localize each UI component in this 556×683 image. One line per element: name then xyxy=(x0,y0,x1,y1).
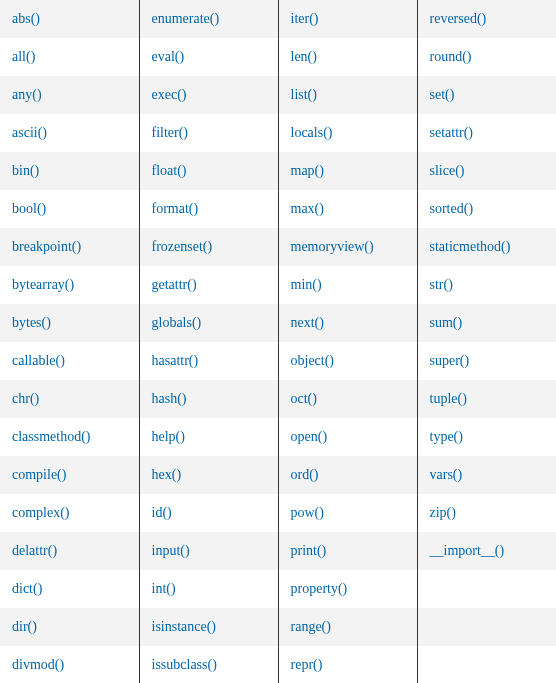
table-row: divmod()issubclass()repr() xyxy=(0,646,556,683)
table-cell: set() xyxy=(417,76,556,114)
function-link[interactable]: round() xyxy=(430,49,472,64)
function-link[interactable]: ascii() xyxy=(12,125,47,140)
function-link[interactable]: any() xyxy=(12,87,42,102)
function-link[interactable]: id() xyxy=(152,505,172,520)
table-cell: format() xyxy=(139,190,278,228)
table-cell: id() xyxy=(139,494,278,532)
function-link[interactable]: vars() xyxy=(430,467,463,482)
function-link[interactable]: pow() xyxy=(291,505,324,520)
function-link[interactable]: divmod() xyxy=(12,657,64,672)
function-link[interactable]: abs() xyxy=(12,11,40,26)
function-link[interactable]: object() xyxy=(291,353,335,368)
table-cell: filter() xyxy=(139,114,278,152)
function-link[interactable]: chr() xyxy=(12,391,39,406)
table-row: all()eval()len()round() xyxy=(0,38,556,76)
function-link[interactable]: type() xyxy=(430,429,463,444)
function-link[interactable]: dir() xyxy=(12,619,37,634)
function-link[interactable]: bytearray() xyxy=(12,277,74,292)
function-link[interactable]: delattr() xyxy=(12,543,57,558)
table-cell: map() xyxy=(278,152,417,190)
function-link[interactable]: bin() xyxy=(12,163,39,178)
function-link[interactable]: str() xyxy=(430,277,453,292)
function-link[interactable]: input() xyxy=(152,543,190,558)
function-link[interactable]: issubclass() xyxy=(152,657,217,672)
table-cell: hash() xyxy=(139,380,278,418)
table-cell: pow() xyxy=(278,494,417,532)
function-link[interactable]: locals() xyxy=(291,125,333,140)
function-link[interactable]: __import__() xyxy=(430,543,505,558)
function-link[interactable]: bool() xyxy=(12,201,46,216)
function-link[interactable]: bytes() xyxy=(12,315,51,330)
table-cell: memoryview() xyxy=(278,228,417,266)
table-cell: sum() xyxy=(417,304,556,342)
function-link[interactable]: ord() xyxy=(291,467,319,482)
function-link[interactable]: iter() xyxy=(291,11,319,26)
function-link[interactable]: super() xyxy=(430,353,470,368)
table-cell xyxy=(417,570,556,608)
table-cell: divmod() xyxy=(0,646,139,683)
function-link[interactable]: property() xyxy=(291,581,348,596)
function-link[interactable]: float() xyxy=(152,163,187,178)
table-cell: iter() xyxy=(278,0,417,38)
function-link[interactable]: all() xyxy=(12,49,35,64)
function-link[interactable]: eval() xyxy=(152,49,185,64)
function-link[interactable]: classmethod() xyxy=(12,429,91,444)
function-link[interactable]: filter() xyxy=(152,125,189,140)
function-link[interactable]: sorted() xyxy=(430,201,474,216)
table-row: compile()hex()ord()vars() xyxy=(0,456,556,494)
table-cell: __import__() xyxy=(417,532,556,570)
function-link[interactable]: sum() xyxy=(430,315,463,330)
function-link[interactable]: setattr() xyxy=(430,125,474,140)
table-cell: range() xyxy=(278,608,417,646)
table-row: bytes()globals()next()sum() xyxy=(0,304,556,342)
function-link[interactable]: open() xyxy=(291,429,328,444)
table-cell: input() xyxy=(139,532,278,570)
function-link[interactable]: map() xyxy=(291,163,324,178)
function-link[interactable]: slice() xyxy=(430,163,465,178)
table-cell: breakpoint() xyxy=(0,228,139,266)
function-link[interactable]: oct() xyxy=(291,391,317,406)
function-link[interactable]: reversed() xyxy=(430,11,487,26)
function-link[interactable]: format() xyxy=(152,201,199,216)
table-cell: ascii() xyxy=(0,114,139,152)
function-link[interactable]: hex() xyxy=(152,467,182,482)
table-row: bin()float()map()slice() xyxy=(0,152,556,190)
table-cell: bin() xyxy=(0,152,139,190)
table-cell: oct() xyxy=(278,380,417,418)
table-cell: zip() xyxy=(417,494,556,532)
function-link[interactable]: int() xyxy=(152,581,176,596)
function-link[interactable]: tuple() xyxy=(430,391,467,406)
function-link[interactable]: help() xyxy=(152,429,185,444)
function-link[interactable]: next() xyxy=(291,315,324,330)
function-link[interactable]: staticmethod() xyxy=(430,239,511,254)
function-link[interactable]: breakpoint() xyxy=(12,239,81,254)
function-link[interactable]: enumerate() xyxy=(152,11,220,26)
function-link[interactable]: memoryview() xyxy=(291,239,374,254)
table-cell: hex() xyxy=(139,456,278,494)
function-link[interactable]: complex() xyxy=(12,505,70,520)
function-link[interactable]: compile() xyxy=(12,467,66,482)
function-link[interactable]: zip() xyxy=(430,505,456,520)
table-cell: getattr() xyxy=(139,266,278,304)
function-link[interactable]: max() xyxy=(291,201,324,216)
table-cell: float() xyxy=(139,152,278,190)
function-link[interactable]: set() xyxy=(430,87,455,102)
function-link[interactable]: callable() xyxy=(12,353,65,368)
function-link[interactable]: min() xyxy=(291,277,322,292)
function-link[interactable]: hash() xyxy=(152,391,187,406)
table-cell: min() xyxy=(278,266,417,304)
function-link[interactable]: range() xyxy=(291,619,331,634)
function-link[interactable]: frozenset() xyxy=(152,239,213,254)
function-link[interactable]: len() xyxy=(291,49,317,64)
function-link[interactable]: print() xyxy=(291,543,327,558)
function-link[interactable]: getattr() xyxy=(152,277,197,292)
table-cell: repr() xyxy=(278,646,417,683)
function-link[interactable]: exec() xyxy=(152,87,187,102)
function-link[interactable]: globals() xyxy=(152,315,202,330)
function-link[interactable]: dict() xyxy=(12,581,42,596)
function-link[interactable]: repr() xyxy=(291,657,323,672)
function-link[interactable]: list() xyxy=(291,87,317,102)
table-cell: complex() xyxy=(0,494,139,532)
function-link[interactable]: hasattr() xyxy=(152,353,199,368)
function-link[interactable]: isinstance() xyxy=(152,619,217,634)
